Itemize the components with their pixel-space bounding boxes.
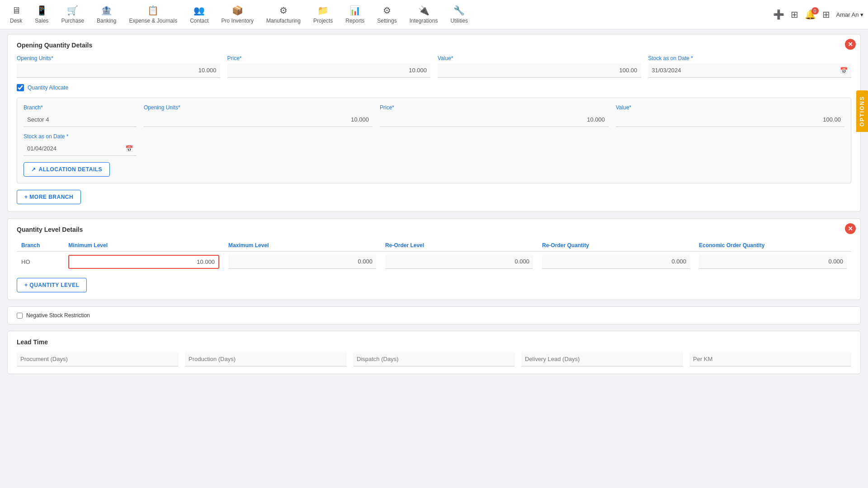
alloc-price-group: Price* [380,104,609,127]
alloc-calendar-icon[interactable]: 📅 [125,145,133,152]
stock-date-input[interactable] [648,63,852,78]
nav-pro-inventory-label: Pro Inventory [222,18,254,24]
alloc-opening-units-group: Opening Units* [144,104,373,127]
quantity-allocate-label: Quantity Allocate [28,84,68,91]
nav-expense-label: Expense & Journals [129,18,177,24]
manufacturing-icon: ⚙ [279,5,288,16]
nav-sales[interactable]: 📱 Sales [29,2,54,27]
pro-inventory-icon: 📦 [232,5,243,16]
production-input[interactable] [185,352,347,366]
more-branch-button[interactable]: + MORE BRANCH [17,190,81,204]
dispatch-input[interactable] [353,352,515,366]
notifications-button[interactable]: 🔔 0 [805,9,816,20]
negative-stock-label: Negative Stock Restriction [26,312,90,319]
alloc-stock-date-input[interactable] [24,141,137,156]
allocation-details-label: ALLOCATION DETAILS [39,166,103,173]
user-name[interactable]: Amar An ▾ [836,11,863,18]
alloc-price-input[interactable] [380,113,609,127]
delivery-input[interactable] [521,352,683,366]
alloc-date-input-wrapper: 📅 [24,141,137,156]
add-qty-level-label: + QUANTITY LEVEL [24,282,79,288]
top-navigation: 🖥 Desk 📱 Sales 🛒 Purchase 🏦 Banking 📋 Ex… [0,0,868,29]
value-label: Value* [438,55,641,61]
negative-stock-section: Negative Stock Restriction [7,306,861,324]
nav-settings-label: Settings [377,18,396,24]
nav-projects-label: Projects [313,18,333,24]
nav-reports-label: Reports [345,18,364,24]
calendar-icon[interactable]: 📅 [840,67,848,74]
utilities-icon: 🔧 [453,5,465,16]
add-button[interactable]: ➕ [773,9,784,20]
max-level-input[interactable] [228,254,376,269]
nav-purchase[interactable]: 🛒 Purchase [56,2,90,27]
nav-pro-inventory[interactable]: 📦 Pro Inventory [216,2,259,27]
opening-quantity-section: Opening Quantity Details ✕ Opening Units… [7,34,861,212]
min-level-highlight [68,255,219,269]
nav-banking[interactable]: 🏦 Banking [91,2,122,27]
quantity-level-section: Quantity Level Details ✕ Branch Minimum … [7,218,861,300]
nav-contact-label: Contact [190,18,208,24]
table-row: HO [17,252,851,272]
options-sidebar[interactable]: OPTIONS [856,90,868,132]
cell-economic-order [694,252,851,272]
banking-icon: 🏦 [101,5,112,16]
col-reorder-level: Re-Order Level [381,239,538,252]
qty-level-close-button[interactable]: ✕ [845,223,856,234]
alloc-branch-input[interactable] [24,113,137,127]
alloc-branch-label: Branch* [24,104,137,111]
nav-utilities[interactable]: 🔧 Utilities [445,2,473,27]
alloc-opening-units-input[interactable] [144,113,373,127]
opening-units-input[interactable] [17,63,220,78]
allocation-row2: Stock as on Date * 📅 [24,133,844,156]
apps-button[interactable]: ⊞ [822,9,830,20]
economic-order-input[interactable] [699,254,847,269]
negative-stock-checkbox[interactable] [17,313,23,319]
min-level-input[interactable] [69,256,218,268]
cell-reorder-level [381,252,538,272]
nav-purchase-label: Purchase [61,18,84,24]
purchase-icon: 🛒 [67,5,78,16]
notification-badge: 0 [811,7,819,14]
nav-projects[interactable]: 📁 Projects [308,2,338,27]
reports-icon: 📊 [349,5,361,16]
cell-reorder-qty [538,252,694,272]
settings-icon: ⚙ [383,5,391,16]
nav-manufacturing[interactable]: ⚙ Manufacturing [261,2,306,27]
reorder-level-input[interactable] [385,254,533,269]
contact-icon: 👥 [193,5,205,16]
price-label: Price* [227,55,431,61]
opening-qty-top-row: Opening Units* Price* Value* Stock as on… [17,55,851,78]
value-input[interactable] [438,63,641,78]
opening-units-group: Opening Units* [17,55,220,78]
procument-input[interactable] [17,352,179,366]
cell-branch: HO [17,252,64,272]
allocation-section: Branch* Opening Units* Price* Value* [17,98,851,183]
price-input[interactable] [227,63,431,78]
nav-desk[interactable]: 🖥 Desk [5,3,28,27]
allocation-details-button[interactable]: ↗ ALLOCATION DETAILS [24,162,110,177]
opening-qty-title: Opening Quantity Details [17,42,851,49]
nav-desk-label: Desk [10,18,22,24]
stock-date-group: Stock as on Date * 📅 [648,55,852,78]
nav-settings[interactable]: ⚙ Settings [372,2,402,27]
allocation-details-icon: ↗ [31,166,36,173]
nav-integrations[interactable]: 🔌 Integrations [404,2,443,27]
nav-reports[interactable]: 📊 Reports [340,2,370,27]
nav-expense[interactable]: 📋 Expense & Journals [123,2,183,27]
stock-date-label: Stock as on Date * [648,55,852,61]
reorder-qty-input[interactable] [542,254,690,269]
alloc-value-input[interactable] [616,113,844,127]
per-km-input[interactable] [689,352,851,366]
nav-contact[interactable]: 👥 Contact [184,2,214,27]
opening-qty-close-button[interactable]: ✕ [845,39,856,50]
nav-banking-label: Banking [97,18,116,24]
alloc-price-label: Price* [380,104,609,111]
expense-icon: 📋 [147,5,159,16]
quantity-allocate-checkbox[interactable] [17,84,24,91]
col-reorder-qty: Re-Order Quantity [538,239,694,252]
alloc-value-label: Value* [616,104,844,111]
add-quantity-level-button[interactable]: + QUANTITY LEVEL [17,278,87,292]
negative-stock-row: Negative Stock Restriction [17,312,851,319]
lead-time-row [17,352,851,366]
grid-button[interactable]: ⊞ [791,9,798,20]
